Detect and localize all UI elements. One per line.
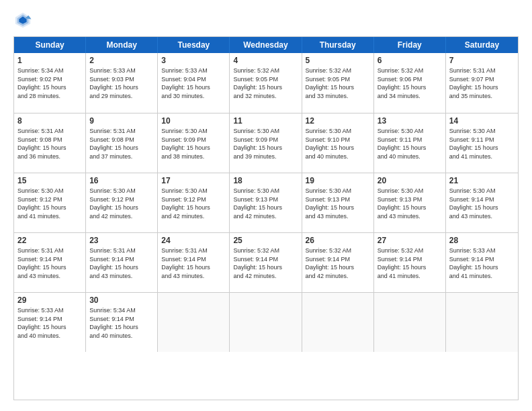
table-row: 18Sunrise: 5:30 AMSunset: 9:13 PMDayligh… (230, 173, 302, 232)
day-info: Sunrise: 5:33 AMSunset: 9:14 PMDaylight:… (449, 246, 515, 280)
day-info: Sunrise: 5:30 AMSunset: 9:11 PMDaylight:… (449, 127, 515, 161)
header-wednesday: Wednesday (230, 37, 302, 53)
table-row: 22Sunrise: 5:31 AMSunset: 9:14 PMDayligh… (14, 233, 86, 292)
week-3: 15Sunrise: 5:30 AMSunset: 9:12 PMDayligh… (14, 173, 518, 232)
day-number: 26 (306, 236, 370, 245)
day-number: 27 (378, 236, 442, 245)
table-row: 8Sunrise: 5:31 AMSunset: 9:08 PMDaylight… (14, 113, 86, 173)
day-number: 20 (378, 176, 442, 185)
day-info: Sunrise: 5:31 AMSunset: 9:14 PMDaylight:… (161, 246, 226, 280)
table-row: 10Sunrise: 5:30 AMSunset: 9:09 PMDayligh… (158, 113, 230, 173)
header (13, 11, 519, 30)
day-number: 13 (378, 116, 442, 126)
day-info: Sunrise: 5:32 AMSunset: 9:14 PMDaylight:… (378, 246, 442, 280)
calendar: Sunday Monday Tuesday Wednesday Thursday… (13, 36, 519, 400)
day-number: 12 (306, 116, 370, 126)
day-info: Sunrise: 5:31 AMSunset: 9:08 PMDaylight:… (89, 127, 154, 161)
day-info: Sunrise: 5:33 AMSunset: 9:14 PMDaylight:… (17, 306, 82, 340)
table-row (158, 293, 230, 352)
table-row: 16Sunrise: 5:30 AMSunset: 9:12 PMDayligh… (86, 173, 158, 232)
day-number: 29 (17, 295, 82, 305)
table-row: 17Sunrise: 5:30 AMSunset: 9:12 PMDayligh… (158, 173, 230, 232)
week-2: 8Sunrise: 5:31 AMSunset: 9:08 PMDaylight… (14, 113, 518, 173)
week-4: 22Sunrise: 5:31 AMSunset: 9:14 PMDayligh… (14, 232, 518, 292)
table-row: 13Sunrise: 5:30 AMSunset: 9:11 PMDayligh… (374, 113, 446, 173)
table-row: 30Sunrise: 5:34 AMSunset: 9:14 PMDayligh… (86, 293, 158, 352)
day-info: Sunrise: 5:30 AMSunset: 9:12 PMDaylight:… (17, 187, 82, 220)
day-info: Sunrise: 5:30 AMSunset: 9:10 PMDaylight:… (306, 127, 370, 161)
day-number: 23 (89, 236, 154, 245)
calendar-body: 1Sunrise: 5:34 AMSunset: 9:02 PMDaylight… (14, 53, 518, 352)
table-row: 9Sunrise: 5:31 AMSunset: 9:08 PMDaylight… (86, 113, 158, 173)
day-number: 11 (233, 116, 298, 126)
table-row (446, 293, 518, 352)
table-row: 21Sunrise: 5:30 AMSunset: 9:14 PMDayligh… (446, 173, 518, 232)
header-saturday: Saturday (446, 37, 518, 53)
table-row: 14Sunrise: 5:30 AMSunset: 9:11 PMDayligh… (446, 113, 518, 173)
day-info: Sunrise: 5:30 AMSunset: 9:09 PMDaylight:… (161, 127, 226, 161)
table-row: 4Sunrise: 5:32 AMSunset: 9:05 PMDaylight… (230, 53, 302, 113)
day-info: Sunrise: 5:30 AMSunset: 9:12 PMDaylight:… (161, 187, 226, 220)
calendar-header: Sunday Monday Tuesday Wednesday Thursday… (14, 37, 518, 53)
header-tuesday: Tuesday (158, 37, 230, 53)
page: Sunday Monday Tuesday Wednesday Thursday… (0, 0, 532, 411)
table-row: 2Sunrise: 5:33 AMSunset: 9:03 PMDaylight… (86, 53, 158, 113)
day-info: Sunrise: 5:30 AMSunset: 9:13 PMDaylight:… (378, 187, 442, 220)
day-number: 18 (233, 176, 298, 185)
logo-icon (13, 11, 32, 30)
table-row: 23Sunrise: 5:31 AMSunset: 9:14 PMDayligh… (86, 233, 158, 292)
header-monday: Monday (86, 37, 158, 53)
table-row: 25Sunrise: 5:32 AMSunset: 9:14 PMDayligh… (230, 233, 302, 292)
logo (13, 11, 35, 30)
table-row: 6Sunrise: 5:32 AMSunset: 9:06 PMDaylight… (374, 53, 446, 113)
day-number: 28 (449, 236, 515, 245)
header-friday: Friday (374, 37, 446, 53)
day-info: Sunrise: 5:31 AMSunset: 9:07 PMDaylight:… (449, 66, 515, 100)
day-number: 22 (17, 236, 82, 245)
day-info: Sunrise: 5:34 AMSunset: 9:02 PMDaylight:… (17, 66, 82, 100)
day-number: 30 (89, 295, 154, 305)
day-number: 21 (449, 176, 515, 185)
day-info: Sunrise: 5:30 AMSunset: 9:13 PMDaylight:… (306, 187, 370, 220)
day-number: 19 (306, 176, 370, 185)
day-number: 17 (161, 176, 226, 185)
day-info: Sunrise: 5:31 AMSunset: 9:14 PMDaylight:… (17, 246, 82, 280)
table-row: 11Sunrise: 5:30 AMSunset: 9:09 PMDayligh… (230, 113, 302, 173)
table-row: 24Sunrise: 5:31 AMSunset: 9:14 PMDayligh… (158, 233, 230, 292)
table-row: 28Sunrise: 5:33 AMSunset: 9:14 PMDayligh… (446, 233, 518, 292)
table-row: 12Sunrise: 5:30 AMSunset: 9:10 PMDayligh… (302, 113, 374, 173)
day-info: Sunrise: 5:32 AMSunset: 9:14 PMDaylight:… (306, 246, 370, 280)
day-number: 6 (378, 56, 442, 65)
day-number: 10 (161, 116, 226, 126)
table-row (302, 293, 374, 352)
table-row: 20Sunrise: 5:30 AMSunset: 9:13 PMDayligh… (374, 173, 446, 232)
day-info: Sunrise: 5:34 AMSunset: 9:14 PMDaylight:… (89, 306, 154, 340)
table-row: 27Sunrise: 5:32 AMSunset: 9:14 PMDayligh… (374, 233, 446, 292)
day-info: Sunrise: 5:32 AMSunset: 9:06 PMDaylight:… (378, 66, 442, 100)
day-info: Sunrise: 5:32 AMSunset: 9:14 PMDaylight:… (233, 246, 298, 280)
day-number: 8 (17, 116, 82, 126)
table-row: 7Sunrise: 5:31 AMSunset: 9:07 PMDaylight… (446, 53, 518, 113)
table-row: 5Sunrise: 5:32 AMSunset: 9:05 PMDaylight… (302, 53, 374, 113)
day-number: 16 (89, 176, 154, 185)
day-number: 14 (449, 116, 515, 126)
table-row (374, 293, 446, 352)
day-info: Sunrise: 5:30 AMSunset: 9:14 PMDaylight:… (449, 187, 515, 220)
day-info: Sunrise: 5:30 AMSunset: 9:11 PMDaylight:… (378, 127, 442, 161)
header-sunday: Sunday (14, 37, 86, 53)
table-row: 19Sunrise: 5:30 AMSunset: 9:13 PMDayligh… (302, 173, 374, 232)
table-row: 26Sunrise: 5:32 AMSunset: 9:14 PMDayligh… (302, 233, 374, 292)
day-info: Sunrise: 5:30 AMSunset: 9:12 PMDaylight:… (89, 187, 154, 220)
table-row: 1Sunrise: 5:34 AMSunset: 9:02 PMDaylight… (14, 53, 86, 113)
day-info: Sunrise: 5:33 AMSunset: 9:03 PMDaylight:… (89, 66, 154, 100)
day-info: Sunrise: 5:32 AMSunset: 9:05 PMDaylight:… (306, 66, 370, 100)
day-number: 15 (17, 176, 82, 185)
day-info: Sunrise: 5:31 AMSunset: 9:08 PMDaylight:… (17, 127, 82, 161)
header-thursday: Thursday (302, 37, 374, 53)
table-row: 15Sunrise: 5:30 AMSunset: 9:12 PMDayligh… (14, 173, 86, 232)
day-info: Sunrise: 5:32 AMSunset: 9:05 PMDaylight:… (233, 66, 298, 100)
table-row (230, 293, 302, 352)
day-number: 24 (161, 236, 226, 245)
day-info: Sunrise: 5:31 AMSunset: 9:14 PMDaylight:… (89, 246, 154, 280)
day-number: 3 (161, 56, 226, 65)
